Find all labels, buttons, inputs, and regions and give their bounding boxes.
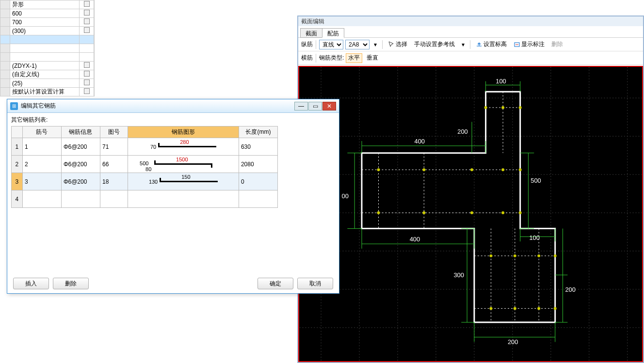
table-row[interactable]: 33Φ6@200181301500 (12, 173, 278, 190)
svg-point-28 (484, 106, 487, 109)
separator (470, 40, 470, 49)
svg-point-40 (519, 211, 522, 214)
svg-point-37 (422, 211, 425, 214)
delete-button[interactable]: 删除 (549, 40, 565, 49)
svg-text:400: 400 (415, 138, 425, 145)
annotation-icon (514, 41, 520, 48)
cell-len[interactable]: 2080 (239, 156, 277, 173)
left-list-row[interactable]: 600 (0, 9, 94, 18)
left-list-row[interactable]: (自定义线) (0, 70, 94, 79)
tab-section[interactable]: 截面 (300, 28, 322, 38)
checkbox-icon[interactable] (84, 71, 90, 77)
svg-point-36 (377, 211, 380, 214)
svg-point-35 (519, 168, 522, 171)
cell-len[interactable]: 630 (239, 138, 277, 156)
horizontal-button[interactable]: 水平 (346, 53, 362, 63)
manual-guide-button[interactable]: 手动设置参考线 (412, 40, 457, 49)
dialog-subtitle: 其它钢筋列表: (11, 116, 335, 124)
table-row[interactable]: 22Φ6@200665001500802080 (12, 156, 278, 173)
checkbox-icon[interactable] (84, 10, 90, 16)
separator (382, 40, 383, 49)
dialog-footer: 插入 删除 确定 取消 (7, 278, 339, 289)
rebar-type-label: 钢筋类型: (319, 54, 344, 62)
checkbox-icon[interactable] (84, 27, 90, 33)
set-elevation-button[interactable]: 设置标高 (473, 40, 509, 49)
cell-shape[interactable]: 500150080 (128, 156, 239, 173)
cell-len[interactable] (239, 190, 277, 208)
show-annotation-button[interactable]: 显示标注 (511, 40, 547, 49)
label-longitudinal: 纵筋 (301, 40, 313, 48)
dialog-titlebar[interactable]: ⊞ 编辑其它钢筋 — ▭ ✕ (7, 99, 339, 113)
cell-info[interactable] (61, 190, 100, 208)
cell-fig[interactable]: 18 (100, 173, 128, 190)
left-list-row[interactable]: (ZDYX-1) (0, 62, 94, 70)
svg-text:200: 200 (508, 338, 518, 346)
rebar-spec-select[interactable]: 2A8 (345, 40, 370, 49)
checkbox-icon[interactable] (84, 1, 90, 7)
left-list-row[interactable]: (300) (0, 27, 94, 35)
cell-id[interactable]: 2 (22, 156, 61, 173)
maximize-button[interactable]: ▭ (308, 102, 322, 110)
cell-fig[interactable] (100, 190, 128, 208)
cell-id[interactable] (22, 190, 61, 208)
cell-info[interactable]: Φ6@200 (61, 173, 100, 190)
svg-point-47 (537, 307, 540, 310)
cad-tabs: 截面 配筋 (298, 26, 643, 38)
left-list-row[interactable] (0, 53, 94, 62)
vertical-button[interactable]: 垂直 (364, 53, 381, 63)
header-rownum (12, 126, 23, 138)
header-shape: 钢筋图形 (128, 126, 239, 138)
svg-text:300: 300 (453, 271, 464, 279)
svg-point-41 (489, 254, 492, 257)
table-row[interactable]: 4 (12, 190, 278, 208)
header-len: 长度(mm) (239, 126, 277, 138)
cell-fig[interactable]: 66 (100, 156, 128, 173)
ok-button[interactable]: 确定 (258, 278, 293, 289)
cell-shape[interactable]: 70280 (128, 138, 239, 156)
cell-info[interactable]: Φ6@200 (61, 138, 100, 156)
left-list-row[interactable]: (25) (0, 79, 94, 88)
left-list-table: 异形600700(300)(ZDYX-1)(自定义线)(25)按默认计算设置计算 (0, 0, 94, 96)
cell-shape[interactable]: 130150 (128, 173, 239, 190)
cell-id[interactable]: 3 (22, 173, 61, 190)
delete-row-button[interactable]: 删除 (53, 278, 89, 289)
cancel-button[interactable]: 取消 (297, 278, 333, 289)
svg-point-38 (470, 211, 473, 214)
svg-point-46 (514, 307, 516, 310)
dialog-title: 编辑其它钢筋 (21, 102, 294, 110)
section-editor-title: 截面编辑 (298, 16, 643, 26)
left-list-row[interactable] (0, 35, 94, 44)
checkbox-icon[interactable] (84, 79, 90, 85)
left-list-row[interactable]: 异形 (0, 0, 94, 9)
cell-info[interactable]: Φ6@200 (61, 156, 100, 173)
svg-point-43 (537, 254, 540, 257)
cell-id[interactable]: 1 (22, 138, 61, 156)
minimize-button[interactable]: — (294, 102, 308, 110)
table-row[interactable]: 11Φ6@2007170280630 (12, 138, 278, 156)
left-list-row[interactable]: 700 (0, 18, 94, 27)
line-mode-select[interactable]: 直线 (319, 40, 343, 49)
left-list-row[interactable]: 按默认计算设置计算 (0, 88, 94, 96)
cell-shape[interactable] (128, 190, 239, 208)
checkbox-icon[interactable] (84, 62, 90, 68)
dropdown-arrow-button[interactable]: ▾ (371, 40, 379, 49)
grid (300, 67, 642, 361)
checkbox-icon[interactable] (84, 18, 90, 24)
left-list-panel: 异形600700(300)(ZDYX-1)(自定义线)(25)按默认计算设置计算 (0, 0, 95, 96)
section-editor-panel: 截面编辑 截面 配筋 纵筋 直线 2A8 ▾ 选择 手动设置参考线 ▾ 设置标高… (297, 16, 644, 363)
dimensions: 100 400 500 200 00 400 100 300 200 200 (342, 78, 576, 346)
select-tool-button[interactable]: 选择 (386, 40, 410, 49)
cell-len[interactable]: 0 (239, 173, 277, 190)
manual-guide-dropdown[interactable]: ▾ (459, 40, 467, 49)
close-button[interactable]: ✕ (322, 102, 336, 110)
tab-rebar[interactable]: 配筋 (322, 28, 344, 38)
insert-button[interactable]: 插入 (13, 278, 49, 289)
cad-canvas[interactable]: 100 400 500 200 00 400 100 300 200 200 (298, 66, 643, 362)
rebar-table: 筋号 钢筋信息 图号 钢筋图形 长度(mm) 11Φ6@200717028063… (11, 126, 278, 208)
cell-fig[interactable]: 71 (100, 138, 128, 156)
left-list-row[interactable] (0, 44, 94, 53)
svg-text:100: 100 (496, 78, 506, 85)
svg-point-48 (554, 307, 557, 310)
checkbox-icon[interactable] (84, 88, 90, 94)
guide-lines (362, 92, 555, 322)
